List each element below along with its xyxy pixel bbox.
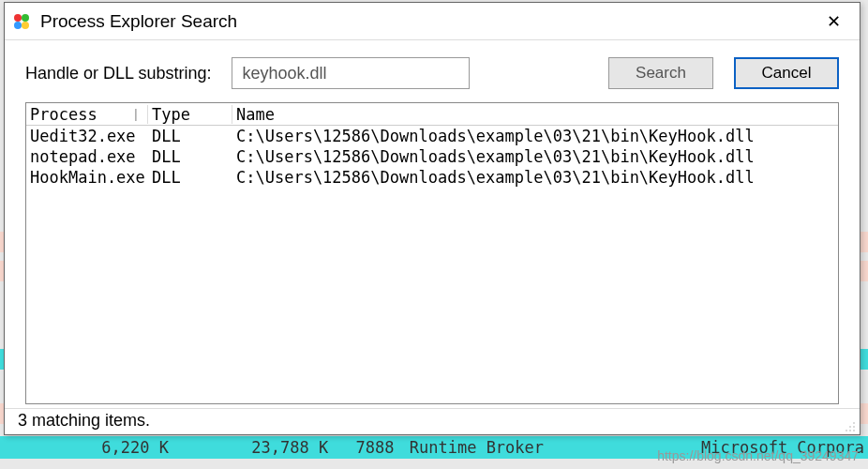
cell-type: DLL [148, 127, 232, 145]
cell-name: C:\Users\12586\Downloads\example\03\21\b… [232, 147, 838, 166]
bg-mem-private: 6,220 K [0, 438, 169, 457]
result-row[interactable]: HookMain.exe DLL C:\Users\12586\Download… [26, 167, 838, 188]
result-row[interactable]: Uedit32.exe DLL C:\Users\12586\Downloads… [26, 126, 838, 146]
titlebar: Process Explorer Search ✕ [5, 3, 860, 40]
svg-point-3 [22, 22, 29, 29]
bg-process-name: Runtime Broker [404, 438, 544, 457]
svg-point-8 [849, 430, 851, 431]
results-header: Process ▏ Type Name [26, 103, 838, 126]
svg-point-7 [846, 430, 847, 431]
search-dialog: Process Explorer Search ✕ Handle or DLL … [4, 2, 861, 435]
svg-point-6 [853, 426, 855, 428]
watermark-text: https://blog.csdn.net/qq_39249347 [657, 448, 859, 463]
bg-pid: 7888 [338, 438, 395, 457]
close-icon: ✕ [827, 12, 841, 31]
search-input[interactable] [232, 57, 470, 89]
column-header-type[interactable]: Type [148, 105, 232, 124]
result-row[interactable]: notepad.exe DLL C:\Users\12586\Downloads… [26, 146, 838, 167]
results-list: Process ▏ Type Name Uedit32.exe DLL C:\U… [25, 102, 839, 404]
svg-point-5 [849, 426, 851, 428]
column-header-process[interactable]: Process ▏ [26, 105, 148, 124]
cell-type: DLL [148, 168, 232, 187]
svg-point-9 [853, 430, 855, 431]
svg-point-4 [853, 422, 855, 424]
cell-name: C:\Users\12586\Downloads\example\03\21\b… [232, 168, 838, 187]
dialog-title: Process Explorer Search [40, 11, 815, 32]
cell-process: Uedit32.exe [26, 127, 148, 145]
svg-point-2 [14, 22, 22, 29]
sort-indicator-icon: ▏ [135, 109, 142, 121]
cell-type: DLL [148, 147, 232, 166]
search-button[interactable]: Search [608, 57, 713, 89]
status-bar: 3 matching items. [5, 408, 860, 434]
svg-point-1 [22, 14, 29, 22]
search-controls: Handle or DLL substring: Search Cancel [5, 40, 860, 102]
svg-point-0 [14, 14, 22, 22]
app-icon [12, 12, 31, 31]
search-label: Handle or DLL substring: [25, 64, 211, 83]
column-header-name[interactable]: Name [232, 105, 838, 124]
bg-mem-working: 23,788 K [178, 438, 328, 457]
cancel-button[interactable]: Cancel [734, 57, 839, 89]
resize-grip[interactable] [841, 417, 856, 432]
cell-name: C:\Users\12586\Downloads\example\03\21\b… [232, 127, 838, 145]
cell-process: notepad.exe [26, 147, 148, 166]
close-button[interactable]: ✕ [815, 7, 852, 37]
cell-process: HookMain.exe [26, 168, 148, 187]
